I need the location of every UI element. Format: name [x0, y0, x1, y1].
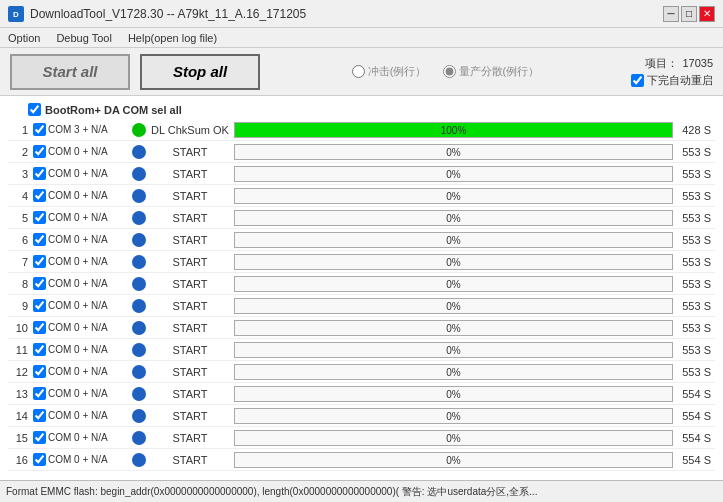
radio-option1[interactable]: 冲击(例行）	[352, 64, 427, 79]
row-checkbox-wrap	[30, 299, 48, 312]
row-status: START	[150, 146, 230, 158]
row-checkbox[interactable]	[33, 453, 46, 466]
row-checkbox[interactable]	[33, 211, 46, 224]
bar-text: 0%	[235, 343, 672, 359]
row-status: START	[150, 344, 230, 356]
row-checkbox[interactable]	[33, 233, 46, 246]
status-dot	[132, 255, 146, 269]
radio-input1[interactable]	[352, 65, 365, 78]
menu-debug-tool[interactable]: Debug Tool	[54, 32, 113, 44]
project-info: 项目： 17035	[645, 56, 713, 71]
row-checkbox[interactable]	[33, 299, 46, 312]
row-com: COM 0 + N/A	[48, 300, 128, 311]
status-dot	[132, 233, 146, 247]
row-status: START	[150, 366, 230, 378]
bar-text: 0%	[235, 321, 672, 337]
table-row: 2 COM 0 + N/A START 0% 553 S	[8, 141, 715, 163]
maximize-button[interactable]: □	[681, 6, 697, 22]
row-checkbox[interactable]	[33, 167, 46, 180]
row-progress-bar: 0%	[234, 430, 673, 446]
row-com: COM 0 + N/A	[48, 388, 128, 399]
table-row: 6 COM 0 + N/A START 0% 553 S	[8, 229, 715, 251]
row-num: 14	[8, 410, 30, 422]
row-checkbox[interactable]	[33, 365, 46, 378]
minimize-button[interactable]: ─	[663, 6, 679, 22]
select-all-checkbox[interactable]	[28, 103, 41, 116]
row-num: 10	[8, 322, 30, 334]
row-com: COM 0 + N/A	[48, 168, 128, 179]
row-checkbox[interactable]	[33, 409, 46, 422]
row-checkbox[interactable]	[33, 123, 46, 136]
row-num: 7	[8, 256, 30, 268]
row-com: COM 0 + N/A	[48, 146, 128, 157]
row-checkbox-wrap	[30, 145, 48, 158]
row-checkbox[interactable]	[33, 277, 46, 290]
row-checkbox[interactable]	[33, 189, 46, 202]
row-checkbox-wrap	[30, 343, 48, 356]
row-time: 553 S	[677, 256, 715, 268]
row-checkbox-wrap	[30, 167, 48, 180]
row-status: START	[150, 388, 230, 400]
row-dot	[128, 255, 150, 269]
radio-input2[interactable]	[443, 65, 456, 78]
title-bar-left: D DownloadTool_V1728.30 -- A79kt_11_A.16…	[8, 6, 306, 22]
row-num: 9	[8, 300, 30, 312]
row-com: COM 0 + N/A	[48, 190, 128, 201]
row-num: 6	[8, 234, 30, 246]
row-num: 5	[8, 212, 30, 224]
close-button[interactable]: ✕	[699, 6, 715, 22]
row-dot	[128, 211, 150, 225]
row-com: COM 0 + N/A	[48, 344, 128, 355]
table-row: 11 COM 0 + N/A START 0% 553 S	[8, 339, 715, 361]
bar-text: 0%	[235, 453, 672, 469]
menu-option[interactable]: Option	[6, 32, 42, 44]
row-checkbox[interactable]	[33, 343, 46, 356]
status-dot	[132, 431, 146, 445]
status-dot	[132, 123, 146, 137]
row-checkbox[interactable]	[33, 321, 46, 334]
row-time: 554 S	[677, 410, 715, 422]
auto-restart-checkbox[interactable]	[631, 74, 644, 87]
row-status: START	[150, 168, 230, 180]
bar-text: 0%	[235, 365, 672, 381]
row-status: START	[150, 432, 230, 444]
row-progress-bar: 0%	[234, 166, 673, 182]
table-row: 9 COM 0 + N/A START 0% 553 S	[8, 295, 715, 317]
row-status: START	[150, 212, 230, 224]
select-all-row: BootRom+ DA COM sel all	[8, 100, 715, 119]
status-dot	[132, 321, 146, 335]
row-time: 553 S	[677, 190, 715, 202]
row-checkbox[interactable]	[33, 387, 46, 400]
table-row: 7 COM 0 + N/A START 0% 553 S	[8, 251, 715, 273]
app-icon: D	[8, 6, 24, 22]
stop-all-button[interactable]: Stop all	[140, 54, 260, 90]
svg-text:D: D	[13, 10, 19, 19]
row-dot	[128, 277, 150, 291]
row-checkbox[interactable]	[33, 145, 46, 158]
auto-restart[interactable]: 下完自动重启	[631, 73, 713, 88]
bar-text: 0%	[235, 409, 672, 425]
menu-help[interactable]: Help(open log file)	[126, 32, 219, 44]
radio-option2[interactable]: 量产分散(例行）	[443, 64, 540, 79]
status-dot	[132, 453, 146, 467]
table-row: 16 COM 0 + N/A START 0% 554 S	[8, 449, 715, 471]
row-checkbox[interactable]	[33, 255, 46, 268]
row-time: 553 S	[677, 366, 715, 378]
window-controls: ─ □ ✕	[663, 6, 715, 22]
row-time: 553 S	[677, 234, 715, 246]
row-checkbox[interactable]	[33, 431, 46, 444]
row-com: COM 0 + N/A	[48, 256, 128, 267]
status-dot	[132, 299, 146, 313]
status-dot	[132, 167, 146, 181]
start-all-button[interactable]: Start all	[10, 54, 130, 90]
row-time: 428 S	[677, 124, 715, 136]
table-row: 4 COM 0 + N/A START 0% 553 S	[8, 185, 715, 207]
row-progress-bar: 0%	[234, 364, 673, 380]
row-dot	[128, 123, 150, 137]
bar-text: 0%	[235, 233, 672, 249]
row-checkbox-wrap	[30, 255, 48, 268]
status-text: Format EMMC flash: begin_addr(0x00000000…	[6, 485, 537, 499]
bar-text: 0%	[235, 167, 672, 183]
row-num: 1	[8, 124, 30, 136]
row-status: START	[150, 278, 230, 290]
